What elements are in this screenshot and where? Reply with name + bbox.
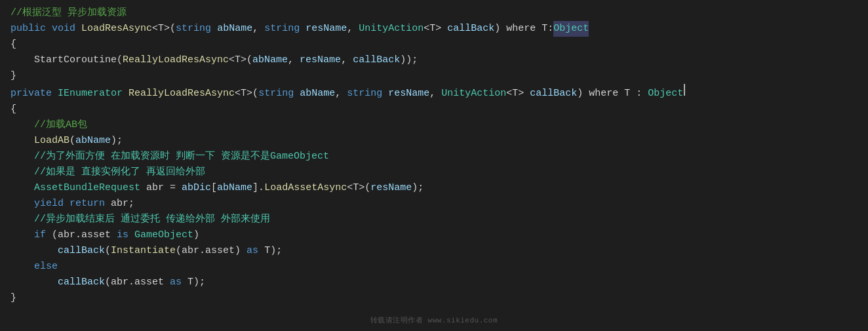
- code-line: //如果是 直接实例化了 再返回给外部: [0, 165, 868, 180]
- code-token: [: [211, 180, 217, 196]
- code-token: <T>(: [152, 21, 176, 37]
- code-token: [382, 86, 388, 102]
- code-token: [123, 86, 128, 102]
- code-token: [46, 21, 52, 37]
- code-token: abName: [217, 21, 252, 37]
- code-token: IEnumerator: [58, 86, 123, 102]
- code-token: callBack: [447, 21, 494, 37]
- code-token: //加载AB包: [10, 117, 87, 133]
- code-token: resName: [388, 86, 429, 102]
- code-line: }: [0, 68, 868, 84]
- code-token: abName: [217, 180, 252, 196]
- code-token: ,: [341, 52, 353, 68]
- code-token: [10, 259, 34, 275]
- code-token: string: [347, 86, 382, 102]
- code-token: public: [10, 21, 46, 37]
- code-token: <T>(: [229, 52, 252, 68]
- code-token: ): [494, 21, 506, 37]
- code-token: [10, 275, 58, 290]
- code-token: <T>(: [235, 86, 258, 102]
- code-token: [10, 243, 58, 259]
- code-token: return: [69, 196, 105, 212]
- code-content: //根据泛型 异步加载资源public void LoadResAsync<T>…: [0, 5, 868, 306]
- code-token: callBack: [58, 275, 105, 290]
- code-token: (: [69, 133, 75, 149]
- code-token: where: [506, 21, 536, 37]
- code-token: [52, 86, 58, 102]
- code-token: Object: [648, 86, 683, 102]
- code-line: LoadAB(abName);: [0, 133, 868, 149]
- code-line: {: [0, 102, 868, 117]
- code-token: ): [577, 86, 589, 102]
- code-token: Object: [553, 21, 589, 37]
- code-token: string: [258, 86, 294, 102]
- code-token: as: [170, 275, 182, 290]
- code-token: [10, 196, 34, 212]
- code-token: void: [52, 21, 75, 37]
- code-token: <T>: [424, 21, 447, 37]
- code-token: string: [264, 21, 300, 37]
- code-token: ,: [429, 86, 441, 102]
- code-token: ,: [252, 21, 264, 37]
- code-token: T);: [182, 275, 205, 290]
- code-token: callBack: [58, 243, 105, 259]
- code-token: resName: [370, 180, 412, 196]
- code-token: Instantiate: [111, 243, 176, 259]
- code-token: abDic: [182, 180, 211, 196]
- code-token: [211, 21, 217, 37]
- code-token: ): [193, 227, 199, 243]
- code-line: else: [0, 259, 868, 275]
- code-token: GameObject: [134, 227, 193, 243]
- code-token: LoadAssetAsync: [264, 180, 347, 196]
- code-token: [10, 180, 34, 196]
- code-token: ReallyLoadResAsync: [123, 52, 229, 68]
- code-line: //异步加载结束后 通过委托 传递给外部 外部来使用: [0, 212, 868, 227]
- code-token: ].: [252, 180, 264, 196]
- code-line: {: [0, 37, 868, 52]
- code-line: if (abr.asset is GameObject): [0, 227, 868, 243]
- code-token: string: [176, 21, 211, 37]
- text-cursor: [684, 84, 685, 96]
- code-line: yield return abr;: [0, 196, 868, 212]
- code-token: resName: [306, 21, 347, 37]
- code-token: ReallyLoadResAsync: [128, 86, 235, 102]
- code-token: //异步加载结束后 通过委托 传递给外部 外部来使用: [10, 212, 270, 227]
- code-token: as: [247, 243, 258, 259]
- code-token: else: [34, 259, 58, 275]
- code-token: ));: [400, 52, 418, 68]
- code-line: AssetBundleRequest abr = abDic[abName].L…: [0, 180, 868, 196]
- code-token: (abr.asset): [176, 243, 247, 259]
- code-token: (abr.asset: [46, 227, 117, 243]
- code-token: LoadResAsync: [81, 21, 152, 37]
- code-token: is: [117, 227, 128, 243]
- code-token: abName: [300, 86, 335, 102]
- code-line: }: [0, 290, 868, 306]
- code-token: [128, 227, 134, 243]
- code-token: T :: [618, 86, 648, 102]
- code-line: //为了外面方便 在加载资源时 判断一下 资源是不是GameObject: [0, 149, 868, 165]
- code-token: [64, 196, 69, 212]
- code-token: [294, 86, 300, 102]
- code-line: callBack(abr.asset as T);: [0, 275, 868, 290]
- code-token: }: [10, 290, 16, 306]
- code-line: //根据泛型 异步加载资源: [0, 5, 868, 21]
- code-token: //为了外面方便 在加载资源时 判断一下 资源是不是GameObject: [10, 149, 329, 165]
- code-token: ,: [347, 21, 359, 37]
- code-line: callBack(Instantiate(abr.asset) as T);: [0, 243, 868, 259]
- code-token: (abr.asset: [105, 275, 170, 290]
- code-token: ,: [288, 52, 300, 68]
- code-token: [300, 21, 306, 37]
- code-editor: //根据泛型 异步加载资源public void LoadResAsync<T>…: [0, 0, 868, 331]
- code-token: callBack: [530, 86, 577, 102]
- code-token: <T>: [506, 86, 530, 102]
- code-token: StartCoroutine(: [10, 52, 123, 68]
- code-token: if: [34, 227, 46, 243]
- code-token: <T>(: [347, 180, 370, 196]
- code-token: LoadAB: [34, 133, 69, 149]
- code-token: yield: [34, 196, 64, 212]
- code-token: {: [10, 102, 16, 117]
- code-token: callBack: [353, 52, 400, 68]
- code-token: [10, 133, 34, 149]
- code-token: UnityAction: [441, 86, 506, 102]
- code-line: StartCoroutine(ReallyLoadResAsync<T>(abN…: [0, 52, 868, 68]
